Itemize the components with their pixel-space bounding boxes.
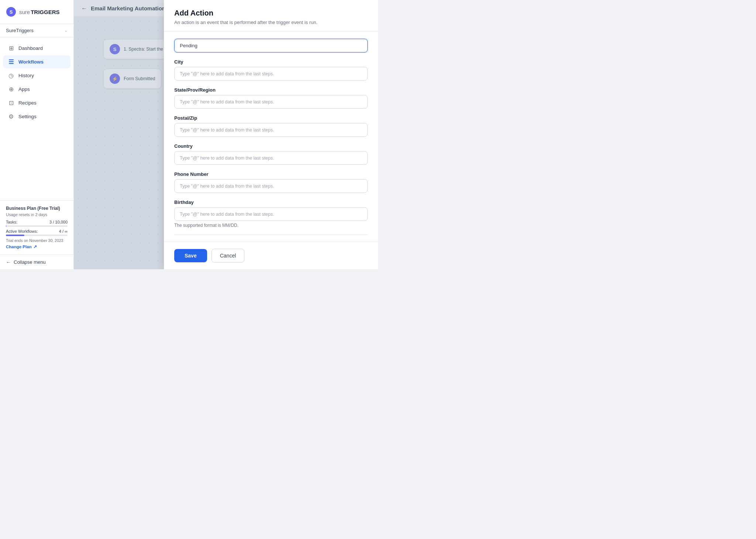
collapse-menu-button[interactable]: ← Collapse menu <box>0 255 73 269</box>
nav-menu: ⊞ Dashboard ☰ Workflows ◷ History ⊕ Apps… <box>0 37 73 200</box>
phone-input[interactable] <box>174 179 368 193</box>
state-input[interactable] <box>174 95 368 109</box>
apps-icon: ⊕ <box>7 86 15 93</box>
cancel-button[interactable]: Cancel <box>212 249 245 263</box>
tasks-progress-fill <box>6 225 6 227</box>
workflows-progress-bg <box>6 235 68 236</box>
sidebar-item-label: Apps <box>18 86 30 92</box>
tasks-progress-bg <box>6 225 68 227</box>
form-group-birthday: Birthday The supported format is MM/DD. <box>174 199 368 228</box>
workflows-value: 4 / ∞ <box>59 229 68 233</box>
workflows-label: Active Workflows: <box>6 229 38 233</box>
sidebar-item-dashboard[interactable]: ⊞ Dashboard <box>3 42 71 55</box>
state-label: State/Prov/Region <box>174 87 368 93</box>
external-link-icon: ↗ <box>33 244 37 249</box>
tasks-value: 3 / 10,000 <box>49 220 68 224</box>
chevron-down-icon: ⌄ <box>64 28 68 33</box>
tasks-label-row: Tasks: 3 / 10,000 <box>6 220 68 224</box>
plan-name: Business Plan (Free Trial) <box>6 206 68 211</box>
panel-body: City State/Prov/Region Postal/Zip Countr… <box>164 31 378 242</box>
panel-footer: Save Cancel <box>164 242 378 269</box>
sidebar-item-label: History <box>18 73 34 78</box>
collapse-icon: ← <box>6 259 11 265</box>
history-icon: ◷ <box>7 72 15 79</box>
sidebar: S sureTRIGGERS SureTriggers ⌄ ⊞ Dashboar… <box>0 0 74 269</box>
workflows-progress-fill <box>6 235 24 236</box>
form-group-state: State/Prov/Region <box>174 87 368 109</box>
change-plan-link[interactable]: Change Plan ↗ <box>6 244 68 249</box>
sidebar-item-apps[interactable]: ⊕ Apps <box>3 83 71 96</box>
dashboard-icon: ⊞ <box>7 45 15 52</box>
trial-end-text: Trial ends on November 30, 2023 <box>6 238 68 243</box>
workspace-selector[interactable]: SureTriggers ⌄ <box>0 24 73 37</box>
birthday-input[interactable] <box>174 207 368 221</box>
form-group-country: Country <box>174 143 368 165</box>
city-label: City <box>174 59 368 65</box>
main-area: ← Email Marketing Automation × S 1. Spec… <box>74 0 378 269</box>
usage-resets: Usage resets in 2 days <box>6 212 68 217</box>
workflows-icon: ☰ <box>7 58 15 65</box>
sidebar-item-label: Dashboard <box>18 45 43 51</box>
sidebar-item-recipes[interactable]: ⊡ Recipes <box>3 96 71 109</box>
collapse-label: Collapse menu <box>14 259 46 265</box>
brand-name: sureTRIGGERS <box>19 9 60 15</box>
form-group-phone: Phone Number <box>174 171 368 193</box>
section-divider <box>174 235 368 235</box>
logo-area: S sureTRIGGERS <box>0 0 73 24</box>
add-action-panel: Add Action An action is an event that is… <box>164 0 378 269</box>
postal-input[interactable] <box>174 123 368 137</box>
sidebar-item-workflows[interactable]: ☰ Workflows <box>3 55 71 68</box>
city-input[interactable] <box>174 67 368 81</box>
panel-title: Add Action <box>174 9 368 17</box>
tasks-label: Tasks: <box>6 220 17 224</box>
sidebar-item-label: Recipes <box>18 100 37 106</box>
workflows-label-row: Active Workflows: 4 / ∞ <box>6 229 68 233</box>
birthday-label: Birthday <box>174 199 368 205</box>
save-button[interactable]: Save <box>174 249 207 262</box>
workspace-name: SureTriggers <box>6 28 34 33</box>
plan-section: Business Plan (Free Trial) Usage resets … <box>0 200 73 255</box>
phone-label: Phone Number <box>174 171 368 177</box>
panel-subtitle: An action is an event that is performed … <box>174 20 368 25</box>
birthday-hint: The supported format is MM/DD. <box>174 223 368 228</box>
sidebar-item-label: Settings <box>18 114 37 119</box>
sidebar-item-settings[interactable]: ⚙ Settings <box>3 110 71 123</box>
country-input[interactable] <box>174 151 368 165</box>
country-label: Country <box>174 143 368 149</box>
svg-text:S: S <box>10 9 13 15</box>
form-group-postal: Postal/Zip <box>174 115 368 137</box>
recipes-icon: ⊡ <box>7 99 15 106</box>
postal-label: Postal/Zip <box>174 115 368 121</box>
sidebar-item-label: Workflows <box>18 59 44 65</box>
form-group-city: City <box>174 59 368 81</box>
form-group-status <box>174 39 368 52</box>
status-input[interactable] <box>174 39 368 52</box>
panel-header: Add Action An action is an event that is… <box>164 0 378 31</box>
logo-icon: S <box>6 7 16 17</box>
sidebar-item-history[interactable]: ◷ History <box>3 69 71 82</box>
settings-icon: ⚙ <box>7 113 15 120</box>
